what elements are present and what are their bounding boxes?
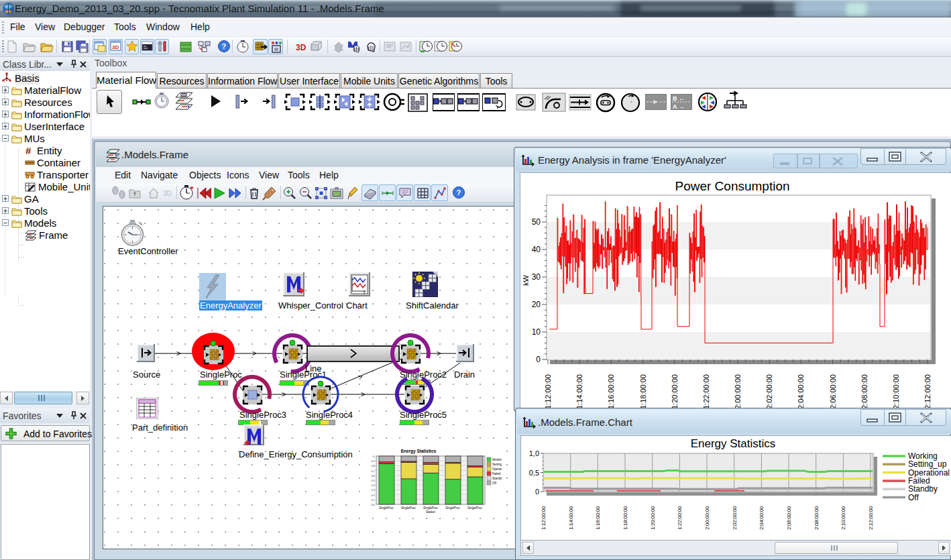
svg-text:1:20:00:00: 1:20:00:00 — [671, 374, 679, 409]
svg-text:2:12:00:00: 2:12:00:00 — [868, 506, 874, 530]
svg-text:1:14:00:00: 1:14:00:00 — [568, 506, 574, 530]
svg-text:0.2: 0.2 — [371, 494, 375, 497]
svg-text:2:02:00:00: 2:02:00:00 — [765, 374, 773, 409]
svg-text:0.9: 0.9 — [371, 459, 375, 463]
svg-text:40: 40 — [532, 245, 541, 254]
svg-text:30: 30 — [532, 272, 541, 282]
svg-text:Energy Statistics: Energy Statistics — [401, 449, 437, 454]
svg-text:50: 50 — [532, 217, 541, 227]
svg-text:?: ? — [222, 42, 227, 50]
svg-text:0.5: 0.5 — [371, 479, 375, 482]
svg-text:SingleProc: SingleProc — [401, 506, 416, 510]
svg-text:1:18:00:00: 1:18:00:00 — [622, 506, 628, 530]
svg-text:1:14:00:00: 1:14:00:00 — [575, 374, 583, 409]
svg-text:Station: Station — [426, 510, 436, 514]
svg-text:kW: kW — [522, 274, 530, 286]
svg-text:1:12:00:00: 1:12:00:00 — [544, 374, 552, 409]
svg-text:2:02:00:00: 2:02:00:00 — [732, 506, 738, 530]
svg-text:0.0: 0.0 — [371, 503, 375, 506]
svg-text:3D: 3D — [163, 190, 172, 197]
svg-text:1,0: 1,0 — [529, 449, 539, 457]
svg-text:Operational: Operational — [492, 467, 502, 471]
svg-text:2:10:00:00: 2:10:00:00 — [892, 374, 900, 409]
svg-text:1:20:00:00: 1:20:00:00 — [650, 506, 656, 530]
svg-text:?: ? — [457, 188, 461, 197]
svg-text:Off: Off — [492, 482, 497, 485]
svg-text:Setting_up: Setting_up — [492, 463, 502, 466]
svg-text:0.7: 0.7 — [371, 469, 375, 473]
svg-text:2:08:00:00: 2:08:00:00 — [814, 506, 820, 530]
svg-text:0.4: 0.4 — [371, 484, 375, 487]
svg-text:2:04:00:00: 2:04:00:00 — [797, 374, 805, 409]
svg-text:2:06:00:00: 2:06:00:00 — [786, 506, 792, 530]
svg-text:A →: A → — [673, 103, 685, 110]
svg-text:1:22:00:00: 1:22:00:00 — [702, 374, 710, 409]
svg-text:Working: Working — [492, 458, 502, 461]
svg-text:10: 10 — [532, 327, 541, 337]
svg-text:0.6: 0.6 — [371, 474, 375, 478]
svg-text:0,5: 0,5 — [529, 469, 539, 477]
svg-text:Power Consumption: Power Consumption — [675, 179, 789, 193]
svg-text:0.3: 0.3 — [371, 488, 375, 492]
svg-text:0.1: 0.1 — [371, 498, 375, 502]
svg-text:SingleProc: SingleProc — [467, 506, 483, 510]
svg-text:0.8: 0.8 — [371, 464, 375, 467]
svg-text:t: t — [363, 290, 365, 294]
svg-text:SingleProc: SingleProc — [423, 506, 439, 510]
svg-text:1:18:00:00: 1:18:00:00 — [639, 374, 647, 409]
svg-text:1:22:00:00: 1:22:00:00 — [677, 506, 683, 530]
svg-text:2:00:00:00: 2:00:00:00 — [734, 374, 742, 409]
svg-text:0: 0 — [536, 355, 541, 364]
svg-text:Failed: Failed — [492, 472, 501, 475]
svg-text:Standby: Standby — [492, 477, 502, 480]
svg-text:2:10:00:00: 2:10:00:00 — [840, 506, 846, 530]
svg-text:3D: 3D — [296, 43, 306, 52]
svg-text:1:12:00:00: 1:12:00:00 — [541, 506, 547, 530]
svg-text:0: 0 — [535, 488, 539, 496]
svg-text:B ←: B ← — [673, 95, 685, 102]
svg-text:Off: Off — [908, 493, 919, 502]
svg-text:1:16:00:00: 1:16:00:00 — [607, 374, 615, 409]
svg-text:2:00:00:00: 2:00:00:00 — [704, 506, 710, 530]
svg-text:2:04:00:00: 2:04:00:00 — [759, 506, 765, 530]
svg-text:SingleProc: SingleProc — [379, 506, 394, 510]
svg-text:2:12:00:00: 2:12:00:00 — [924, 374, 932, 409]
svg-text:0.: 0. — [373, 455, 375, 458]
svg-text:1:16:00:00: 1:16:00:00 — [595, 506, 601, 530]
svg-text:2:06:00:00: 2:06:00:00 — [829, 374, 837, 409]
svg-text:20: 20 — [532, 300, 541, 309]
svg-text:Energy Statistics: Energy Statistics — [691, 437, 776, 450]
svg-text:2:08:00:00: 2:08:00:00 — [860, 374, 869, 409]
svg-text:SingleProc: SingleProc — [445, 506, 461, 510]
svg-text:3D: 3D — [112, 44, 119, 50]
